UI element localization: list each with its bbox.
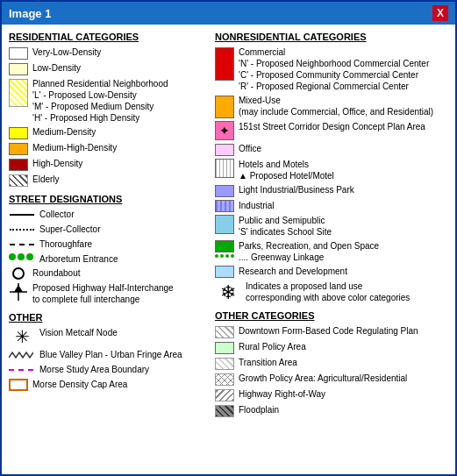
list-item: Blue Valley Plan - Urban Fringe Area <box>9 349 206 361</box>
swatch-med-high <box>9 143 28 155</box>
label-super-collector: Super-Collector <box>39 224 100 235</box>
swatch-planned <box>9 79 28 107</box>
swatch-row <box>215 389 234 401</box>
label-morse-density: Morse Density Cap Area <box>32 379 127 390</box>
swatch-roundabout <box>9 267 28 280</box>
right-column: NONRESIDENTIAL CATEGORIES Commercial'N' … <box>215 32 448 420</box>
label-row: Highway Right-of-Way <box>239 388 325 400</box>
swatch-metcalf: ✳ <box>9 327 35 346</box>
title-bar: Image 1 X <box>2 2 455 25</box>
list-item: Light Industrial/Business Park <box>215 184 448 197</box>
svg-marker-2 <box>14 285 23 292</box>
list-item: ✦ 151st Street Corridor Design Concept P… <box>215 121 448 140</box>
list-item: Industrial <box>215 200 448 212</box>
swatch-super-collector <box>9 224 35 236</box>
list-item: Low-Density <box>9 62 206 75</box>
swatch-arboretum <box>9 253 35 260</box>
list-item: Roundabout <box>9 267 206 280</box>
label-low: Low-Density <box>32 62 81 74</box>
list-item: Super-Collector <box>9 224 206 236</box>
label-blue-valley: Blue Valley Plan - Urban Fringe Area <box>39 349 182 360</box>
swatch-very-low <box>9 47 28 60</box>
list-item: High-Density <box>9 158 206 171</box>
list-item: Highway Right-of-Way <box>215 388 448 401</box>
list-item: Planned Residential Neighborhood'L' - Pr… <box>9 78 206 124</box>
left-column: RESIDENTIAL CATEGORIES Very-Low-Density … <box>9 32 206 420</box>
swatch-rural <box>215 342 234 354</box>
label-growth: Growth Policy Area: Agricultural/Residen… <box>239 373 407 384</box>
list-item: Morse Study Area Boundary <box>9 364 206 376</box>
swatch-collector <box>9 209 35 221</box>
label-arboretum: Arboretum Entrance <box>39 253 118 265</box>
label-thoroughfare: Thoroughfare <box>39 238 92 250</box>
residential-title: RESIDENTIAL CATEGORIES <box>9 32 206 42</box>
swatch-thoroughfare <box>9 238 35 251</box>
street-title: STREET DESIGNATIONS <box>9 194 206 204</box>
label-public: Public and Semipublic'S' indicates Schoo… <box>239 215 332 238</box>
swatch-morse-study <box>9 364 35 376</box>
label-downtown: Downtown Form-Based Code Regulating Plan <box>239 325 418 337</box>
swatch-transition <box>215 358 234 370</box>
swatch-high <box>9 159 28 171</box>
swatch-blue-valley <box>9 349 35 361</box>
list-item: Medium-Density <box>9 126 206 139</box>
label-commercial: Commercial'N' - Proposed Neighborhood Co… <box>239 46 429 92</box>
swatch-floodplain <box>215 405 234 417</box>
list-item: Proposed Highway Half-Interchangeto comp… <box>9 282 206 305</box>
label-highway: Proposed Highway Half-Interchangeto comp… <box>32 282 174 305</box>
list-item: Research and Development <box>215 266 448 278</box>
label-rural: Rural Policy Area <box>239 341 306 352</box>
list-item: Arboretum Entrance <box>9 253 206 265</box>
legend-window: Image 1 X RESIDENTIAL CATEGORIES Very-Lo… <box>0 0 457 476</box>
list-item: Public and Semipublic'S' indicates Schoo… <box>215 215 448 238</box>
label-high: High-Density <box>32 158 82 169</box>
label-hotels: Hotels and Motels▲ Proposed Hotel/Motel <box>239 159 334 181</box>
label-office: Office <box>239 143 261 154</box>
other-title-right: OTHER CATEGORIES <box>215 310 448 321</box>
swatch-public <box>215 215 234 234</box>
window-title: Image 1 <box>9 7 51 20</box>
close-button[interactable]: X <box>432 5 448 21</box>
list-item: Hotels and Motels▲ Proposed Hotel/Motel <box>215 159 448 181</box>
swatch-parks <box>215 240 234 258</box>
label-rd: Research and Development <box>239 266 347 277</box>
list-item: Office <box>215 143 448 156</box>
swatch-downtown <box>215 326 234 338</box>
label-morse-study: Morse Study Area Boundary <box>39 364 149 375</box>
list-item: Floodplain <box>215 404 448 417</box>
list-item: Very-Low-Density <box>9 46 206 60</box>
label-mixed: Mixed-Use(may include Commercial, Office… <box>239 95 433 117</box>
swatch-hotels <box>215 159 234 178</box>
label-medium: Medium-Density <box>32 126 96 138</box>
label-151st: 151st Street Corridor Design Concept Pla… <box>239 121 425 132</box>
swatch-proposed: ❄ <box>215 281 241 305</box>
swatch-151st: ✦ <box>215 121 234 140</box>
label-planned: Planned Residential Neighborhood'L' - Pr… <box>32 78 168 124</box>
list-item: ✳ Vision Metcalf Node <box>9 327 206 346</box>
list-item: Elderly <box>9 174 206 187</box>
list-item: Mixed-Use(may include Commercial, Office… <box>215 95 448 118</box>
list-item: Medium-High-Density <box>9 142 206 155</box>
label-proposed: Indicates a proposed land usecorrespondi… <box>246 281 410 303</box>
label-transition: Transition Area <box>239 357 297 368</box>
list-item: Growth Policy Area: Agricultural/Residen… <box>215 373 448 386</box>
list-item: Parks, Recreation, and Open Space.... Gr… <box>215 240 448 263</box>
list-item: ❄ Indicates a proposed land usecorrespon… <box>215 281 448 305</box>
label-metcalf: Vision Metcalf Node <box>39 327 118 338</box>
swatch-commercial <box>215 47 234 81</box>
swatch-low <box>9 63 28 75</box>
label-light-indust: Light Industrial/Business Park <box>239 184 354 195</box>
swatch-morse-density <box>9 379 28 391</box>
label-elderly: Elderly <box>32 174 60 185</box>
swatch-highway <box>9 282 28 302</box>
list-item: Commercial'N' - Proposed Neighborhood Co… <box>215 46 448 92</box>
label-very-low: Very-Low-Density <box>32 46 101 58</box>
swatch-office <box>215 144 234 156</box>
swatch-medium <box>9 127 28 139</box>
swatch-growth <box>215 373 234 386</box>
list-item: Downtown Form-Based Code Regulating Plan <box>215 325 448 338</box>
swatch-mixed <box>215 96 234 118</box>
nonresidential-title: NONRESIDENTIAL CATEGORIES <box>215 32 448 42</box>
swatch-light-indust <box>215 185 234 197</box>
swatch-elderly <box>9 174 28 187</box>
